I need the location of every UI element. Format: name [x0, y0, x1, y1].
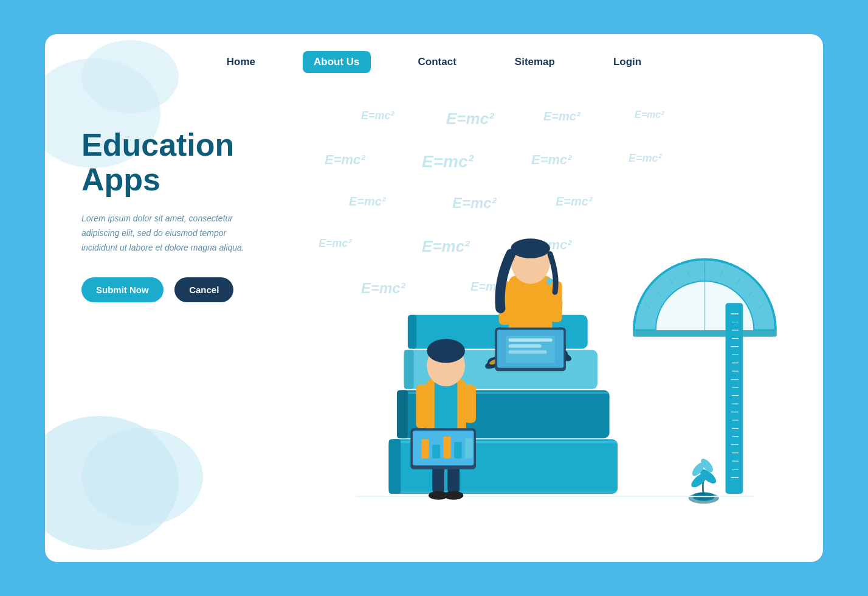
svg-rect-68 — [454, 442, 462, 459]
hero-title: Education Apps — [81, 128, 312, 197]
nav-sitemap[interactable]: Sitemap — [504, 51, 566, 73]
svg-rect-66 — [432, 445, 440, 458]
svg-rect-83 — [509, 350, 547, 353]
main-card: Home About Us Contact Sitemap Login Educ… — [45, 34, 823, 562]
svg-rect-82 — [509, 344, 542, 347]
svg-rect-1 — [389, 439, 401, 494]
svg-point-77 — [511, 238, 550, 258]
svg-rect-67 — [443, 437, 451, 459]
nav-home[interactable]: Home — [216, 51, 266, 73]
svg-rect-59 — [416, 385, 428, 429]
svg-point-51 — [689, 493, 719, 504]
svg-point-62 — [427, 339, 465, 362]
right-illustration: E=mc² E=mc² E=mc² E=mc² E=mc² E=mc² E=mc… — [312, 91, 787, 558]
svg-rect-65 — [421, 439, 429, 458]
svg-point-56 — [444, 491, 463, 499]
svg-rect-5 — [397, 390, 408, 438]
nav-about-us[interactable]: About Us — [303, 51, 371, 73]
outer-frame: Home About Us Contact Sitemap Login Educ… — [33, 24, 835, 572]
navbar: Home About Us Contact Sitemap Login — [45, 34, 823, 85]
svg-rect-69 — [465, 438, 473, 458]
cta-buttons: Submit Now Cancel — [81, 277, 312, 302]
nav-login[interactable]: Login — [602, 51, 652, 73]
main-illustration — [312, 91, 787, 558]
left-section: Education Apps Lorem ipsum dolor sit ame… — [81, 91, 312, 558]
nav-contact[interactable]: Contact — [407, 51, 467, 73]
cancel-button[interactable]: Cancel — [174, 277, 233, 302]
submit-now-button[interactable]: Submit Now — [81, 277, 164, 302]
svg-rect-81 — [509, 338, 553, 341]
svg-rect-8 — [404, 350, 414, 389]
svg-rect-10 — [408, 315, 416, 349]
main-content: Education Apps Lorem ipsum dolor sit ame… — [45, 85, 823, 558]
svg-rect-60 — [464, 385, 476, 423]
hero-description: Lorem ipsum dolor sit amet, consectetur … — [81, 212, 264, 255]
svg-rect-24 — [726, 303, 743, 494]
